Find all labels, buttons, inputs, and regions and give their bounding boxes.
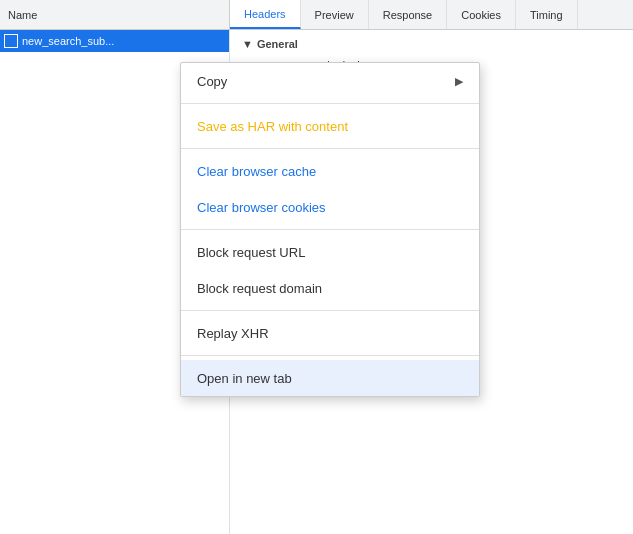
clear-cookies-label: Clear browser cookies	[197, 200, 326, 215]
tab-list: Headers Preview Response Cookies Timing	[230, 0, 578, 29]
replay-xhr-label: Replay XHR	[197, 326, 269, 341]
context-menu-block-url[interactable]: Block request URL	[181, 234, 479, 270]
general-section-header: ▼ General	[242, 38, 621, 50]
context-menu-block-domain[interactable]: Block request domain	[181, 270, 479, 306]
sidebar-item-label: new_search_sub...	[22, 35, 114, 47]
name-column-header: Name	[0, 0, 230, 29]
context-menu-replay-xhr[interactable]: Replay XHR	[181, 315, 479, 351]
block-domain-label: Block request domain	[197, 281, 322, 296]
context-menu-divider-4	[181, 310, 479, 311]
context-menu-clear-cache[interactable]: Clear browser cache	[181, 153, 479, 189]
tab-timing[interactable]: Timing	[516, 0, 578, 29]
context-menu-divider-1	[181, 103, 479, 104]
tab-cookies[interactable]: Cookies	[447, 0, 516, 29]
context-menu-open-new-tab[interactable]: Open in new tab	[181, 360, 479, 396]
name-header-label: Name	[8, 9, 37, 21]
save-har-label: Save as HAR with content	[197, 119, 348, 134]
copy-label: Copy	[197, 74, 227, 89]
context-menu: Copy ▶ Save as HAR with content Clear br…	[180, 62, 480, 397]
clear-cache-label: Clear browser cache	[197, 164, 316, 179]
tab-preview[interactable]: Preview	[301, 0, 369, 29]
context-menu-divider-2	[181, 148, 479, 149]
context-menu-save-har[interactable]: Save as HAR with content	[181, 108, 479, 144]
general-label: General	[257, 38, 298, 50]
general-triangle: ▼	[242, 38, 253, 50]
block-url-label: Block request URL	[197, 245, 305, 260]
copy-arrow: ▶	[455, 75, 463, 88]
open-new-tab-label: Open in new tab	[197, 371, 292, 386]
tab-bar: Name Headers Preview Response Cookies Ti…	[0, 0, 633, 30]
request-icon	[4, 34, 18, 48]
context-menu-clear-cookies[interactable]: Clear browser cookies	[181, 189, 479, 225]
tab-response[interactable]: Response	[369, 0, 448, 29]
context-menu-divider-3	[181, 229, 479, 230]
tab-headers[interactable]: Headers	[230, 0, 301, 29]
sidebar-item-new-search[interactable]: new_search_sub...	[0, 30, 229, 52]
context-menu-divider-5	[181, 355, 479, 356]
context-menu-copy[interactable]: Copy ▶	[181, 63, 479, 99]
